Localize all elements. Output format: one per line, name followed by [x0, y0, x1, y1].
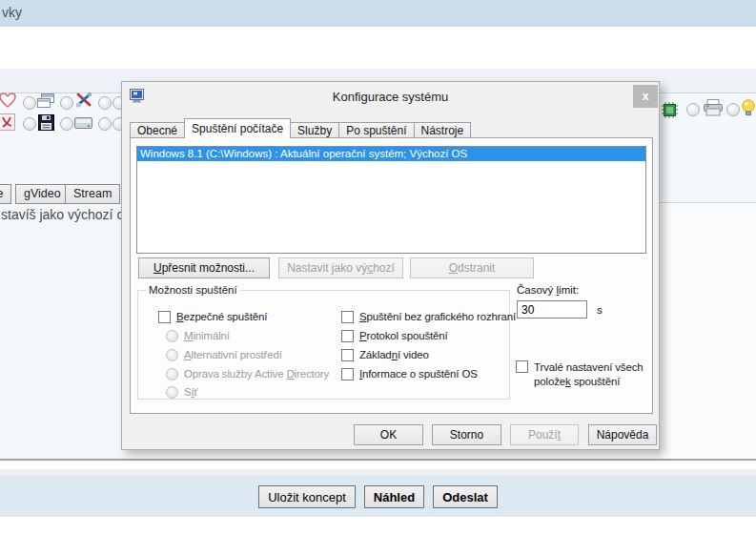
safe-boot-label: Bezpečné spuštění	[176, 311, 267, 322]
boot-entry-row[interactable]: Windows 8.1 (C:\Windows) : Aktuální oper…	[137, 147, 645, 161]
page-footer-buttons: Uložit koncept Náhled Odeslat	[0, 485, 756, 508]
close-button[interactable]: x	[633, 85, 658, 108]
tab-boot[interactable]: Spuštění počítače	[184, 118, 291, 138]
timeout-label: Časový limit:	[517, 284, 579, 296]
checkbox-os-boot-info[interactable]	[341, 368, 354, 380]
checkbox-make-permanent-label: Trvalé nastavení všechpoložek spouštění	[534, 360, 656, 389]
groupbox-label: Možnosti spuštění	[146, 284, 240, 296]
apply-button: Použít	[510, 424, 579, 445]
radio-network-label: Síť	[184, 386, 198, 398]
smiley-radio[interactable]	[98, 96, 112, 110]
checkbox-no-gui-boot[interactable]	[341, 311, 354, 323]
printer-icon	[704, 99, 723, 116]
chip-icon	[662, 102, 678, 118]
radio-minimal-label: Minimální	[184, 330, 230, 341]
page-body-text: stavíš jako výchozí o	[1, 207, 124, 222]
tools-icon	[75, 92, 93, 109]
checkbox-boot-log-label: Protokol spouštění	[359, 330, 448, 341]
pdf-icon	[0, 113, 15, 131]
radio-alternate-shell-label: Alternativní prostředí	[184, 349, 282, 360]
smiley-radio[interactable]	[686, 103, 700, 116]
advanced-options-button[interactable]: Upřesnit možnosti...	[138, 257, 270, 278]
smiley-radio[interactable]	[60, 96, 73, 110]
harddisk-icon	[74, 115, 92, 131]
tab-startup[interactable]: Po spuštění	[338, 122, 414, 138]
smiley-radio[interactable]	[60, 117, 73, 131]
ok-button[interactable]: OK	[354, 424, 423, 445]
page-divider	[0, 459, 756, 461]
page-topbar: vky	[0, 0, 756, 27]
checkbox-make-permanent[interactable]	[516, 360, 528, 373]
boot-tab-panel: Windows 8.1 (C:\Windows) : Aktuální oper…	[130, 137, 653, 414]
editor-button-e[interactable]: e	[0, 184, 11, 204]
page-right-subpanel	[660, 202, 756, 459]
dialog-title: Konfigurace systému	[122, 90, 659, 104]
checkbox-base-video-label: Základní video	[359, 349, 429, 360]
smiley-radio[interactable]	[23, 117, 36, 131]
tab-services[interactable]: Služby	[290, 122, 339, 138]
delete-button: Odstranit	[410, 257, 534, 278]
lightbulb-icon	[741, 99, 756, 116]
screen: vky e gVideo Stream stavíš jako výchozí …	[0, 0, 756, 555]
cancel-button[interactable]: Storno	[432, 424, 501, 445]
smiley-radio[interactable]	[98, 117, 112, 131]
save-draft-button[interactable]: Uložit koncept	[258, 485, 356, 508]
editor-button-stream[interactable]: Stream	[65, 184, 120, 204]
boot-options-groupbox: Možnosti spuštění Bezpečné spuštění Mini…	[137, 290, 510, 400]
windows-stack-icon	[37, 93, 55, 109]
smiley-radio[interactable]	[726, 103, 740, 116]
tab-tools[interactable]: Nástroje	[414, 122, 472, 138]
radio-active-directory-repair	[166, 368, 178, 380]
checkbox-base-video[interactable]	[341, 349, 354, 361]
heart-icon	[0, 92, 16, 109]
preview-button[interactable]: Náhled	[364, 485, 424, 508]
radio-alternate-shell	[166, 349, 178, 361]
radio-minimal	[166, 330, 178, 342]
safe-boot-checkbox[interactable]	[158, 311, 171, 323]
set-as-default-button: Nastavit jako výchozí	[278, 257, 403, 278]
timeout-input[interactable]	[517, 300, 587, 319]
topbar-text: vky	[2, 5, 22, 20]
tab-strip: Obecné Spuštění počítače Služby Po spušt…	[130, 118, 471, 138]
submit-button[interactable]: Odeslat	[433, 485, 498, 508]
checkbox-boot-log[interactable]	[341, 330, 354, 342]
timeout-unit-label: s	[597, 304, 603, 316]
floppy-disk-icon	[38, 114, 54, 131]
radio-network	[166, 386, 178, 399]
checkbox-no-gui-boot-label: Spuštění bez grafického rozhraní	[359, 311, 516, 322]
editor-button-gvideo[interactable]: gVideo	[15, 184, 70, 204]
system-configuration-dialog: Konfigurace systému x Obecné Spuštění po…	[121, 81, 660, 450]
boot-entries-listbox[interactable]: Windows 8.1 (C:\Windows) : Aktuální oper…	[136, 146, 646, 254]
help-button[interactable]: Nápověda	[588, 424, 657, 445]
radio-active-directory-repair-label: Oprava služby Active Directory	[184, 368, 329, 380]
tab-general[interactable]: Obecné	[130, 122, 185, 138]
smiley-radio[interactable]	[23, 96, 36, 110]
checkbox-os-boot-info-label: Informace o spuštění OS	[359, 368, 478, 380]
